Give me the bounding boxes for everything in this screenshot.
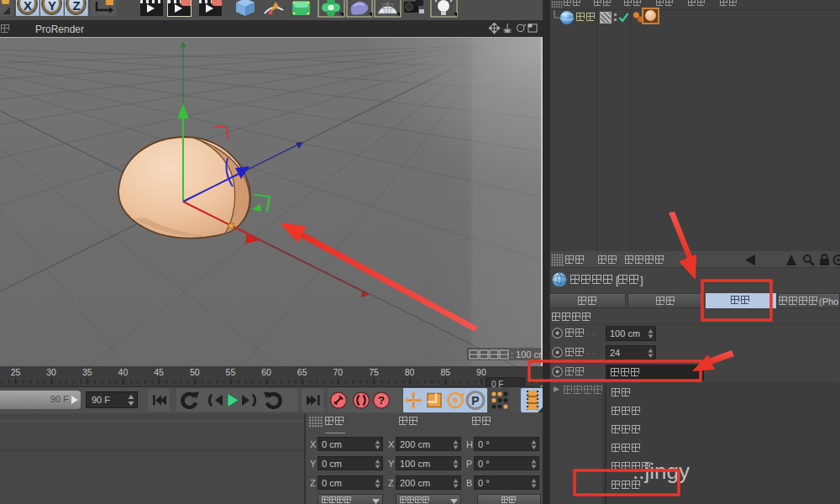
svg-text:35: 35 <box>82 367 92 377</box>
svg-text:25: 25 <box>11 367 21 377</box>
svg-text:50: 50 <box>190 367 200 377</box>
svg-text:90: 90 <box>476 367 486 377</box>
svg-text:70: 70 <box>333 367 343 377</box>
svg-text:?: ? <box>378 394 385 407</box>
svg-text:80: 80 <box>405 367 415 377</box>
svg-text:60: 60 <box>261 367 271 377</box>
svg-text:: 100 cm: : 100 cm <box>511 349 544 360</box>
svg-text:65: 65 <box>297 367 307 377</box>
svg-text:55: 55 <box>226 367 236 377</box>
svg-text:75: 75 <box>369 367 379 377</box>
svg-text:85: 85 <box>440 367 450 377</box>
svg-text:40: 40 <box>118 367 129 377</box>
svg-text:P: P <box>471 394 479 407</box>
svg-text:45: 45 <box>154 367 164 377</box>
svg-text:30: 30 <box>46 367 56 377</box>
